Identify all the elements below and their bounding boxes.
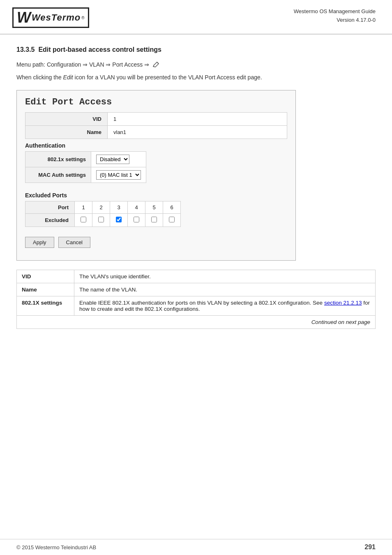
port-numbers-row: Port 1 2 3 4 5 6 xyxy=(25,201,181,214)
desc-802-key: 802.1X settings xyxy=(17,296,74,316)
desc-vid-key: VID xyxy=(17,270,74,283)
title-line2: Version 4.17.0-0 xyxy=(294,16,376,25)
settings-802-select[interactable]: Disabled Enabled xyxy=(96,155,129,164)
excluded-label-cell: Excluded xyxy=(25,214,75,227)
footer-page-number: 291 xyxy=(364,543,376,551)
vid-value: 1 xyxy=(108,113,287,126)
mac-auth-select[interactable]: (0) MAC list 1 (1) MAC list 2 xyxy=(96,170,141,180)
page-footer: © 2015 Westermo Teleindustri AB 291 xyxy=(0,539,392,555)
apply-button[interactable]: Apply xyxy=(25,237,54,248)
port-6-checkbox[interactable] xyxy=(169,217,175,222)
port-1-checkbox-cell[interactable] xyxy=(75,214,92,227)
header-title: Westermo OS Management Guide Version 4.1… xyxy=(294,7,376,25)
settings-802-row: 802.1x settings Disabled Enabled xyxy=(25,152,146,167)
logo-text: WesTermo xyxy=(32,12,81,23)
name-label: Name xyxy=(25,126,108,139)
menu-path-text: Menu path: Configuration ⇒ VLAN ⇒ Port A… xyxy=(16,61,149,68)
settings-802-label: 802.1x settings xyxy=(25,152,91,167)
port-4-checkbox[interactable] xyxy=(134,217,139,222)
settings-802-value[interactable]: Disabled Enabled xyxy=(91,152,146,167)
authentication-heading: Authentication xyxy=(17,139,295,151)
edit-port-access-panel: Edit Port Access VID 1 Name vlan1 Authen… xyxy=(16,90,296,261)
vid-label: VID xyxy=(25,113,108,126)
logo-registered: ® xyxy=(81,16,84,20)
desc-name-row: Name The name of the VLAN. xyxy=(17,283,376,296)
mac-auth-row: MAC Auth settings (0) MAC list 1 (1) MAC… xyxy=(25,167,146,183)
description-table: VID The VLAN's unique identifier. Name T… xyxy=(16,270,376,329)
excluded-ports-table: Port 1 2 3 4 5 6 Excluded xyxy=(25,201,181,227)
port-5-checkbox[interactable] xyxy=(151,217,157,222)
desc-802-val: Enable IEEE 802.1X authentication for po… xyxy=(74,296,376,316)
port-5-num: 5 xyxy=(145,201,163,214)
logo-box: W WesTermo® xyxy=(12,7,89,28)
cancel-button[interactable]: Cancel xyxy=(58,237,90,248)
name-row: Name vlan1 xyxy=(25,126,287,139)
port-2-num: 2 xyxy=(92,201,110,214)
desc-vid-val: The VLAN's unique identifier. xyxy=(74,270,376,283)
port-label-cell: Port xyxy=(25,201,75,214)
vid-name-table: VID 1 Name vlan1 xyxy=(25,112,287,139)
port-4-checkbox-cell[interactable] xyxy=(128,214,145,227)
page-header: W WesTermo® Westermo OS Management Guide… xyxy=(0,0,392,35)
port-6-num: 6 xyxy=(163,201,181,214)
panel-title: Edit Port Access xyxy=(17,90,295,112)
edit-pencil-icon xyxy=(152,61,160,68)
desc-vid-row: VID The VLAN's unique identifier. xyxy=(17,270,376,283)
port-3-checkbox[interactable] xyxy=(116,217,122,222)
desc-802-link[interactable]: sec­tion 21.2.13 xyxy=(324,300,362,306)
port-3-num: 3 xyxy=(110,201,128,214)
port-2-checkbox-cell[interactable] xyxy=(92,214,110,227)
section-number: 13.3.5 xyxy=(16,46,35,53)
continued-row: Continued on next page xyxy=(17,316,376,329)
port-1-checkbox[interactable] xyxy=(81,217,86,222)
excluded-ports-heading: Excluded Ports xyxy=(17,189,295,201)
logo-area: W WesTermo® xyxy=(12,7,89,28)
button-row: Apply Cancel xyxy=(17,233,295,252)
footer-copyright: © 2015 Westermo Teleindustri AB xyxy=(16,544,96,550)
port-5-checkbox-cell[interactable] xyxy=(145,214,163,227)
port-4-num: 4 xyxy=(128,201,145,214)
vid-row: VID 1 xyxy=(25,113,287,126)
main-content: 13.3.5 Edit port-based access control se… xyxy=(0,35,392,345)
section-description: When clicking the Edit icon for a VLAN y… xyxy=(16,73,376,82)
title-line1: Westermo OS Management Guide xyxy=(294,7,376,16)
menu-path: Menu path: Configuration ⇒ VLAN ⇒ Port A… xyxy=(16,61,376,68)
authentication-table: 802.1x settings Disabled Enabled MAC Aut… xyxy=(25,151,146,183)
desc-name-val: The name of the VLAN. xyxy=(74,283,376,296)
mac-auth-label: MAC Auth settings xyxy=(25,167,91,183)
name-value: vlan1 xyxy=(108,126,287,139)
desc-name-key: Name xyxy=(17,283,74,296)
port-2-checkbox[interactable] xyxy=(98,217,104,222)
svg-line-1 xyxy=(157,62,159,64)
excluded-checkboxes-row: Excluded xyxy=(25,214,181,227)
port-6-checkbox-cell[interactable] xyxy=(163,214,181,227)
desc-802-row: 802.1X settings Enable IEEE 802.1X authe… xyxy=(17,296,376,316)
port-1-num: 1 xyxy=(75,201,92,214)
continued-text: Continued on next page xyxy=(17,316,376,329)
section-heading: 13.3.5 Edit port-based access control se… xyxy=(16,46,376,53)
mac-auth-value[interactable]: (0) MAC list 1 (1) MAC list 2 xyxy=(91,167,146,183)
section-title: Edit port-based access control settings xyxy=(38,46,161,53)
logo-w-letter: W xyxy=(17,10,31,25)
port-3-checkbox-cell[interactable] xyxy=(110,214,128,227)
